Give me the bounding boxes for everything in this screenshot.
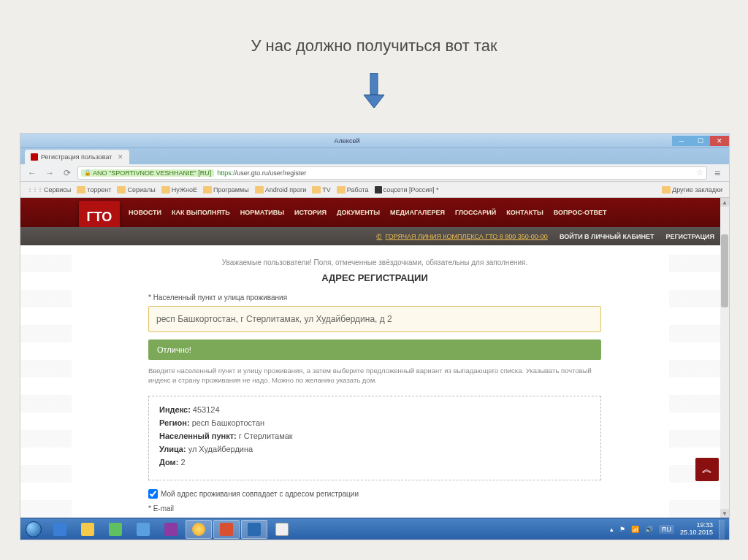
register-link[interactable]: РЕГИСТРАЦИЯ [665,233,714,240]
show-desktop-button[interactable] [719,520,725,539]
bookmark-star-icon[interactable]: ☆ [696,168,703,177]
folder-icon [203,186,212,193]
folder-icon [337,186,346,193]
window-titlebar: Алексей ─ ☐ ✕ [20,134,729,148]
browser-toolbar: ← → ⟳ 🔒 ANO "SPORTIVNOE VESHHANIE" [RU] … [20,164,729,182]
ssl-org-name: ANO "SPORTIVNOE VESHHANIE" [RU] [93,169,211,177]
form-notice: Уважаемые пользователи! Поля, отмеченные… [148,258,601,266]
lock-icon: 🔒 [84,169,91,176]
windows-logo-icon [26,521,42,537]
same-address-checkbox-input[interactable] [148,489,158,499]
window-minimize-button[interactable]: ─ [672,136,691,146]
site-subheader: ✆ ГОРЯЧАЯ ЛИНИЯ КОМПЛЕКСА ГТО 8 800 350-… [20,227,729,245]
nav-link[interactable]: ГЛОССАРИЙ [455,209,496,216]
nav-link[interactable]: ВОПРОС-ОТВЕТ [554,209,607,216]
bookmark-item[interactable]: торрент [75,186,113,193]
tab-close-icon[interactable]: ✕ [118,153,123,161]
back-button[interactable]: ← [25,166,39,180]
ssl-badge[interactable]: 🔒 ANO "SPORTIVNOE VESHHANIE" [RU] [81,169,214,177]
url-text: https://user.gto.ru/user/register [217,169,306,177]
nav-link[interactable]: ДОКУМЕНТЫ [337,209,380,216]
bookmark-item[interactable]: Работа [335,186,371,193]
window-close-button[interactable]: ✕ [710,136,729,146]
taskbar-app[interactable] [102,520,129,539]
taskbar-app[interactable] [130,520,156,539]
bookmark-item[interactable]: НуЖноЕ [159,186,199,193]
browser-screenshot: Алексей ─ ☐ ✕ Регистрация пользоват ✕ ← … [20,133,730,540]
folder-icon [255,186,264,193]
taskbar-app[interactable] [47,520,73,539]
taskbar-app[interactable] [186,520,212,539]
same-address-checkbox[interactable]: Мой адрес проживания совпадает с адресом… [148,489,601,499]
bookmark-item[interactable]: TV [310,186,333,193]
bookmark-item[interactable]: Программы [201,186,251,193]
form-section-title: АДРЕС РЕГИСТРАЦИИ [148,272,601,283]
svg-rect-0 [370,73,378,95]
login-link[interactable]: ВОЙТИ В ЛИЧНЫЙ КАБИНЕТ [560,233,654,240]
tray-flag-icon[interactable]: ⚑ [619,526,625,533]
window-user-label: Алексей [335,137,360,145]
taskbar-app[interactable] [158,520,184,539]
address-details: Индекс: 453124 Регион: респ Башкортостан… [148,396,601,480]
page-scrollbar[interactable]: ▲ ▼ [720,198,729,518]
nav-link[interactable]: КАК ВЫПОЛНЯТЬ [172,209,230,216]
same-address-label: Мой адрес проживания совпадает с адресом… [161,490,359,498]
bookmark-item[interactable]: Android проги [253,186,309,193]
main-nav: НОВОСТИ КАК ВЫПОЛНЯТЬ НОРМАТИВЫ ИСТОРИЯ … [129,209,606,216]
scroll-to-top-button[interactable]: ︽ [695,458,719,481]
language-indicator[interactable]: RU [659,525,674,534]
success-message: Отлично! [148,340,601,360]
browser-tab[interactable]: Регистрация пользоват ✕ [25,150,129,164]
scrollbar-thumb[interactable] [721,234,728,307]
folder-icon [662,186,671,193]
chevron-up-icon: ︽ [702,463,712,476]
scrollbar-down-arrow-icon[interactable]: ▼ [720,509,729,518]
nav-link[interactable]: НОРМАТИВЫ [240,209,284,216]
browser-menu-button[interactable]: ≡ [710,166,725,180]
bookmark-item[interactable]: Сериалы [115,186,157,193]
address-bar[interactable]: 🔒 ANO "SPORTIVNOE VESHHANIE" [RU] https:… [77,166,707,180]
bookmark-item[interactable]: соцсети [Россия] * [373,186,441,193]
bookmark-other[interactable]: Другие закладки [660,186,725,193]
window-maximize-button[interactable]: ☐ [691,136,710,146]
tray-network-icon[interactable]: 📶 [631,526,639,533]
address-field-label: * Населенный пункт и улица проживания [148,294,601,302]
nav-link[interactable]: КОНТАКТЫ [506,209,543,216]
site-header: ГТО НОВОСТИ КАК ВЫПОЛНЯТЬ НОРМАТИВЫ ИСТО… [20,198,729,227]
folder-icon [161,186,170,193]
slide-caption: У нас должно получиться вот так [0,37,748,55]
hotline-link[interactable]: ✆ ГОРЯЧАЯ ЛИНИЯ КОМПЛЕКСА ГТО 8 800 350-… [376,233,548,240]
tray-volume-icon[interactable]: 🔊 [645,526,653,533]
folder-icon [312,186,321,193]
favicon-icon [31,153,38,161]
system-tray: ▴ ⚑ 📶 🔊 RU 19:33 25.10.2015 [610,520,728,539]
nav-link[interactable]: ИСТОРИЯ [294,209,327,216]
windows-taskbar: ▴ ⚑ 📶 🔊 RU 19:33 25.10.2015 [20,518,729,540]
tray-clock[interactable]: 19:33 25.10.2015 [680,522,713,537]
registration-form: Уважаемые пользователи! Поля, отмеченные… [148,245,601,513]
nav-link[interactable]: МЕДИАГАЛЕРЕЯ [390,209,445,216]
folder-icon [117,186,126,193]
reload-button[interactable]: ⟳ [60,166,75,180]
taskbar-app[interactable] [213,520,240,539]
scrollbar-up-arrow-icon[interactable]: ▲ [720,198,729,207]
tray-chevron-icon[interactable]: ▴ [610,526,614,533]
phone-icon: ✆ [376,233,382,240]
down-arrow-icon [362,73,386,110]
nav-link[interactable]: НОВОСТИ [129,209,161,216]
taskbar-app[interactable] [241,520,267,539]
start-button[interactable] [22,520,45,539]
address-input[interactable] [148,306,601,332]
bookmarks-bar: Сервисы торрент Сериалы НуЖноЕ Программы… [20,182,729,198]
tab-title: Регистрация пользоват [41,153,112,161]
email-field-label: * E-mail [148,505,601,513]
taskbar-app[interactable] [75,520,101,539]
page-viewport: ГТО НОВОСТИ КАК ВЫПОЛНЯТЬ НОРМАТИВЫ ИСТО… [20,198,729,518]
forward-button[interactable]: → [42,166,57,180]
taskbar-app[interactable] [269,520,295,539]
field-hint: Введите населенный пункт и улицу прожива… [148,366,601,386]
bookmark-apps[interactable]: Сервисы [25,186,73,193]
browser-tab-strip: Регистрация пользоват ✕ [20,148,729,164]
svg-marker-1 [364,95,384,108]
folder-icon [77,186,85,193]
